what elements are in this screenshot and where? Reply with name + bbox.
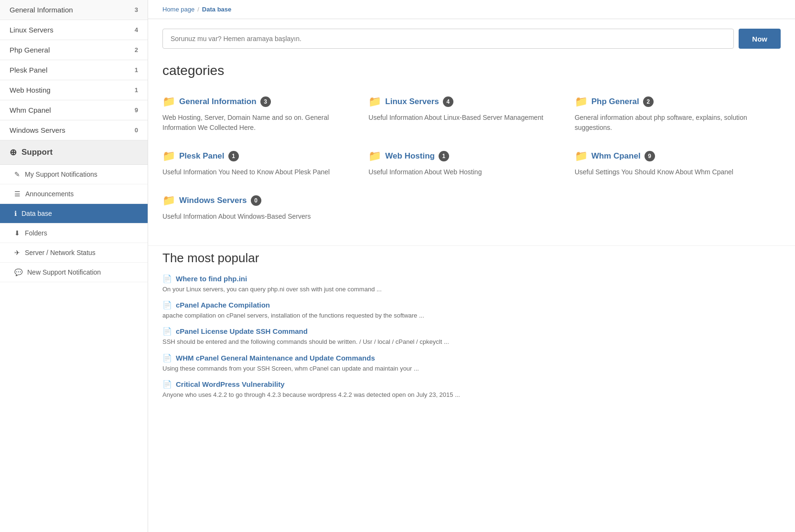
popular-item-desc-4: Anyone who uses 4.2.2 to go through 4.2.…	[162, 391, 781, 399]
cat-badge-2: 2	[643, 96, 654, 107]
sidebar-nav-my-support-notifications[interactable]: ✎ My Support Notifications	[0, 165, 148, 184]
nav-icon-folders: ⬇	[14, 229, 20, 237]
category-card-5: 📁 Whm Cpanel 9 Useful Settings You Shoul…	[575, 142, 781, 187]
folder-icon-0: 📁	[162, 96, 175, 108]
popular-item-title-0: 📄 Where to find php.ini	[162, 274, 781, 283]
breadcrumb-home[interactable]: Home page	[162, 6, 194, 13]
category-card-0: 📁 General Information 3 Web Hosting, Ser…	[162, 88, 368, 142]
sidebar-cat-count: 3	[135, 6, 138, 13]
popular-item-desc-1: apache compilation on cPanel servers, in…	[162, 311, 781, 320]
popular-item-title-3: 📄 WHM cPanel General Maintenance and Upd…	[162, 353, 781, 362]
popular-link-2[interactable]: cPanel License Update SSH Command	[176, 327, 308, 335]
popular-link-0[interactable]: Where to find php.ini	[176, 275, 247, 283]
doc-icon-3: 📄	[162, 353, 172, 362]
nav-icon-announcements: ☰	[14, 190, 21, 198]
popular-item-title-1: 📄 cPanel Apache Compilation	[162, 300, 781, 309]
category-link-0[interactable]: General Information	[179, 97, 257, 106]
category-card-3: 📁 Plesk Panel 1 Useful Information You N…	[162, 142, 368, 187]
category-card-6: 📁 Windows Servers 0 Useful Information A…	[162, 187, 368, 231]
sidebar-support-label: Support	[21, 148, 53, 157]
cat-badge-1: 4	[443, 96, 453, 107]
category-link-3[interactable]: Plesk Panel	[179, 151, 225, 161]
category-link-1[interactable]: Linux Servers	[385, 97, 439, 106]
sidebar-cat-4[interactable]: Web Hosting 1	[0, 80, 148, 100]
category-link-6[interactable]: Windows Servers	[179, 196, 247, 205]
sidebar-cat-name: Php General	[10, 46, 50, 54]
sidebar-cat-6[interactable]: Windows Servers 0	[0, 120, 148, 140]
sidebar-cat-3[interactable]: Plesk Panel 1	[0, 60, 148, 80]
category-card-desc-4: Useful Information About Web Hosting	[368, 167, 565, 177]
sidebar-categories: General Information 3 Linux Servers 4 Ph…	[0, 0, 148, 140]
cat-badge-5: 9	[645, 151, 655, 161]
category-card-desc-1: Useful Information About Linux-Based Ser…	[368, 113, 565, 123]
popular-item-4: 📄 Critical WordPress Vulnerability Anyon…	[162, 380, 781, 399]
nav-label-my-support-notifications: My Support Notifications	[25, 170, 97, 178]
cat-badge-4: 1	[439, 151, 449, 161]
cat-badge-3: 1	[228, 151, 239, 161]
popular-items: 📄 Where to find php.ini On your Linux se…	[162, 274, 781, 399]
popular-title: The most popular	[162, 251, 781, 266]
category-card-desc-2: General information about php software, …	[575, 113, 771, 133]
sidebar-cat-count: 1	[135, 86, 138, 94]
doc-icon-1: 📄	[162, 300, 172, 309]
sidebar-cat-count: 2	[135, 46, 138, 53]
search-button[interactable]: Now	[739, 29, 781, 49]
category-card-title-6: 📁 Windows Servers 0	[162, 194, 359, 207]
sidebar-cat-name: Whm Cpanel	[10, 106, 51, 114]
globe-icon: ⊕	[10, 147, 17, 158]
sidebar-cat-name: Web Hosting	[10, 86, 51, 94]
search-input[interactable]	[162, 29, 734, 49]
sidebar-cat-2[interactable]: Php General 2	[0, 40, 148, 60]
sidebar-nav-folders[interactable]: ⬇ Folders	[0, 223, 148, 243]
category-card-desc-5: Useful Settings You Should Know About Wh…	[575, 167, 771, 177]
popular-link-4[interactable]: Critical WordPress Vulnerability	[176, 380, 285, 388]
sidebar-cat-count: 4	[135, 26, 138, 33]
category-card-title-5: 📁 Whm Cpanel 9	[575, 150, 771, 162]
category-link-2[interactable]: Php General	[591, 97, 639, 106]
sidebar-cat-name: Linux Servers	[10, 26, 54, 34]
sidebar-nav-new-support-notification[interactable]: 💬 New Support Notification	[0, 263, 148, 282]
popular-item-3: 📄 WHM cPanel General Maintenance and Upd…	[162, 353, 781, 373]
sidebar-cat-1[interactable]: Linux Servers 4	[0, 20, 148, 40]
popular-item-0: 📄 Where to find php.ini On your Linux se…	[162, 274, 781, 294]
nav-icon-data-base: ℹ	[14, 210, 17, 217]
category-link-5[interactable]: Whm Cpanel	[591, 151, 641, 161]
category-card-title-2: 📁 Php General 2	[575, 96, 771, 108]
folder-icon-3: 📁	[162, 150, 175, 162]
nav-label-data-base: Data base	[21, 210, 52, 217]
cat-badge-0: 3	[260, 96, 271, 107]
search-bar: Now	[148, 19, 795, 58]
doc-icon-0: 📄	[162, 274, 172, 283]
folder-icon-6: 📁	[162, 194, 175, 207]
category-card-2: 📁 Php General 2 General information abou…	[575, 88, 781, 142]
category-link-4[interactable]: Web Hosting	[385, 151, 435, 161]
category-card-title-4: 📁 Web Hosting 1	[368, 150, 565, 162]
popular-item-2: 📄 cPanel License Update SSH Command SSH …	[162, 327, 781, 346]
categories-section: categories 📁 General Information 3 Web H…	[148, 58, 795, 245]
breadcrumb-current[interactable]: Data base	[202, 6, 231, 13]
popular-item-desc-3: Using these commands from your SSH Scree…	[162, 364, 781, 373]
popular-item-1: 📄 cPanel Apache Compilation apache compi…	[162, 300, 781, 320]
folder-icon-5: 📁	[575, 150, 588, 162]
cat-badge-6: 0	[251, 195, 261, 206]
category-card-desc-0: Web Hosting, Server, Domain Name and so …	[162, 113, 359, 133]
popular-item-title-4: 📄 Critical WordPress Vulnerability	[162, 380, 781, 389]
sidebar-cat-name: Windows Servers	[10, 126, 65, 134]
sidebar-cat-5[interactable]: Whm Cpanel 9	[0, 100, 148, 120]
sidebar-nav-server-network-status[interactable]: ✈ Server / Network Status	[0, 243, 148, 263]
category-card-title-1: 📁 Linux Servers 4	[368, 96, 565, 108]
doc-icon-2: 📄	[162, 327, 172, 336]
category-card-1: 📁 Linux Servers 4 Useful Information Abo…	[368, 88, 574, 142]
sidebar-cat-0[interactable]: General Information 3	[0, 0, 148, 20]
sidebar-cat-count: 1	[135, 66, 138, 74]
sidebar-cat-count: 0	[135, 127, 138, 134]
sidebar-nav-announcements[interactable]: ☰ Announcements	[0, 184, 148, 204]
sidebar-support-header: ⊕ Support	[0, 140, 148, 165]
popular-item-title-2: 📄 cPanel License Update SSH Command	[162, 327, 781, 336]
categories-title: categories	[148, 58, 795, 88]
sidebar-nav-data-base[interactable]: ℹ Data base	[0, 204, 148, 223]
popular-link-3[interactable]: WHM cPanel General Maintenance and Updat…	[176, 354, 375, 362]
popular-link-1[interactable]: cPanel Apache Compilation	[176, 301, 270, 309]
popular-item-desc-2: SSH should be entered and the following …	[162, 338, 781, 346]
category-card-desc-6: Useful Information About Windows-Based S…	[162, 212, 359, 222]
